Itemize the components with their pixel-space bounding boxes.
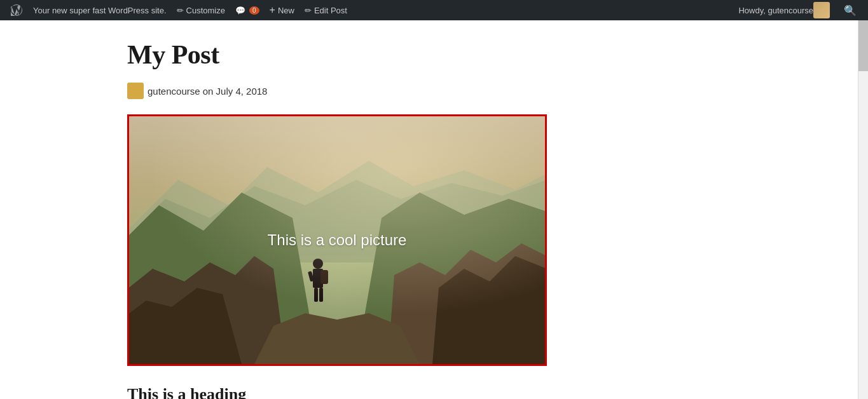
wp-logo-button[interactable] — [5, 0, 28, 20]
cover-image-block[interactable]: This is a cool picture — [127, 114, 547, 366]
post-meta-text: gutencourse on July 4, 2018 — [148, 86, 267, 97]
post-meta: gutencourse on July 4, 2018 — [127, 83, 731, 99]
admin-bar: Your new super fast WordPress site. ✏ Cu… — [0, 0, 868, 20]
search-icon: 🔍 — [844, 4, 857, 17]
new-content-button[interactable]: + New — [265, 0, 300, 20]
adminbar-right: Howdy, gutencourse 🔍 — [733, 0, 863, 20]
cover-image-container: This is a cool picture — [129, 116, 545, 364]
customize-icon: ✏ — [177, 6, 184, 15]
user-avatar — [813, 2, 830, 18]
site-name-label: Your new super fast WordPress site. — [33, 6, 167, 15]
new-label: New — [278, 6, 294, 15]
wp-logo-icon — [10, 4, 23, 17]
edit-post-button[interactable]: ✏ Edit Post — [300, 0, 352, 20]
comment-icon: 💬 — [235, 6, 245, 15]
page-content: My Post gutencourse on July 4, 2018 — [0, 20, 858, 399]
post-heading: This is a heading — [127, 385, 731, 399]
edit-icon: ✏ — [305, 6, 312, 15]
customize-label: Customize — [186, 6, 225, 15]
plus-icon: + — [270, 4, 275, 16]
comments-count: 0 — [249, 6, 259, 15]
post-title: My Post — [127, 39, 731, 70]
howdy-label: Howdy, gutencourse — [738, 6, 813, 15]
customize-button[interactable]: ✏ Customize — [172, 0, 230, 20]
scrollbar-track[interactable] — [858, 20, 868, 399]
cover-caption: This is a cool picture — [268, 231, 407, 249]
site-name-button[interactable]: Your new super fast WordPress site. — [28, 0, 172, 20]
scrollbar-thumb[interactable] — [858, 20, 868, 71]
author-avatar — [127, 83, 144, 99]
comments-button[interactable]: 💬 0 — [230, 0, 265, 20]
search-button[interactable]: 🔍 — [837, 0, 863, 20]
howdy-button[interactable]: Howdy, gutencourse — [733, 0, 837, 20]
edit-post-label: Edit Post — [314, 6, 347, 15]
